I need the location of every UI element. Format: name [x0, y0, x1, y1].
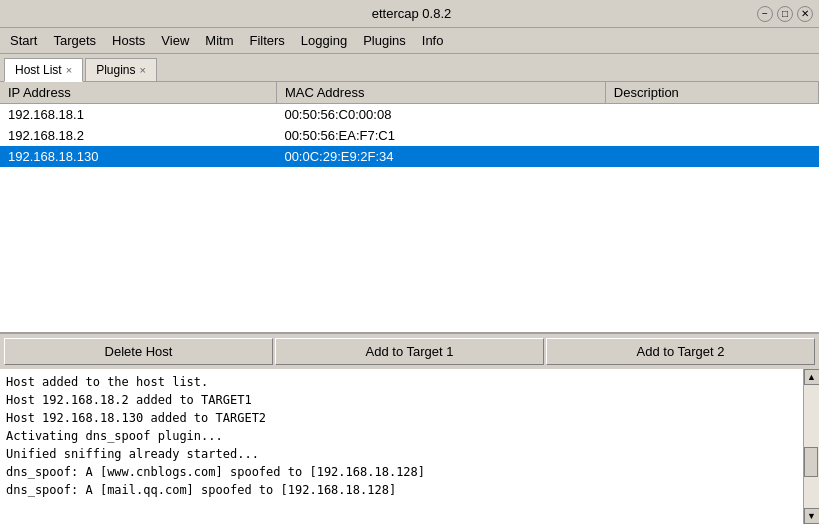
menu-item-mitm[interactable]: Mitm — [199, 31, 239, 50]
cell-ip: 192.168.18.2 — [0, 125, 276, 146]
menu-item-targets[interactable]: Targets — [47, 31, 102, 50]
col-header-mac: MAC Address — [276, 82, 605, 104]
table-row[interactable]: 192.168.18.1 00:50:56:C0:00:08 — [0, 104, 819, 126]
window-title: ettercap 0.8.2 — [66, 6, 757, 21]
table-row[interactable]: 192.168.18.130 00:0C:29:E9:2F:34 — [0, 146, 819, 167]
host-list-panel: IP Address MAC Address Description 192.1… — [0, 82, 819, 333]
button-bar: Delete Host Add to Target 1 Add to Targe… — [0, 333, 819, 369]
log-content: Host added to the host list.Host 192.168… — [0, 369, 803, 524]
log-panel: Host added to the host list.Host 192.168… — [0, 369, 819, 524]
tab-close-icon[interactable]: × — [66, 64, 72, 76]
menu-item-view[interactable]: View — [155, 31, 195, 50]
close-button[interactable]: ✕ — [797, 6, 813, 22]
col-header-desc: Description — [605, 82, 818, 104]
menu-item-filters[interactable]: Filters — [243, 31, 290, 50]
log-scrollbar[interactable]: ▲ ▼ — [803, 369, 819, 524]
scroll-down-button[interactable]: ▼ — [804, 508, 820, 524]
menu-item-info[interactable]: Info — [416, 31, 450, 50]
menu-item-plugins[interactable]: Plugins — [357, 31, 412, 50]
tab-bar: Host List×Plugins× — [0, 54, 819, 82]
window-controls: − □ ✕ — [757, 6, 813, 22]
tab-label: Host List — [15, 63, 62, 77]
tab-host-list[interactable]: Host List× — [4, 58, 83, 82]
log-line: Host 192.168.18.2 added to TARGET1 — [6, 391, 797, 409]
cell-mac: 00:50:56:EA:F7:C1 — [276, 125, 605, 146]
log-line: dns_spoof: A [mail.qq.com] spoofed to [1… — [6, 481, 797, 499]
scroll-up-button[interactable]: ▲ — [804, 369, 820, 385]
log-line: Activating dns_spoof plugin... — [6, 427, 797, 445]
delete-host-button[interactable]: Delete Host — [4, 338, 273, 365]
add-to-target2-button[interactable]: Add to Target 2 — [546, 338, 815, 365]
title-bar: ettercap 0.8.2 − □ ✕ — [0, 0, 819, 28]
tab-plugins[interactable]: Plugins× — [85, 58, 157, 81]
tab-close-icon[interactable]: × — [139, 64, 145, 76]
add-to-target1-button[interactable]: Add to Target 1 — [275, 338, 544, 365]
host-table: IP Address MAC Address Description 192.1… — [0, 82, 819, 167]
log-line: Host 192.168.18.130 added to TARGET2 — [6, 409, 797, 427]
menu-item-logging[interactable]: Logging — [295, 31, 353, 50]
menu-bar: StartTargetsHostsViewMitmFiltersLoggingP… — [0, 28, 819, 54]
col-header-ip: IP Address — [0, 82, 276, 104]
scroll-thumb[interactable] — [804, 447, 818, 477]
log-line: Unified sniffing already started... — [6, 445, 797, 463]
menu-item-hosts[interactable]: Hosts — [106, 31, 151, 50]
cell-mac: 00:0C:29:E9:2F:34 — [276, 146, 605, 167]
cell-desc — [605, 125, 818, 146]
scroll-track — [804, 385, 819, 508]
log-line: Host added to the host list. — [6, 373, 797, 391]
cell-ip: 192.168.18.1 — [0, 104, 276, 126]
cell-desc — [605, 146, 818, 167]
table-row[interactable]: 192.168.18.2 00:50:56:EA:F7:C1 — [0, 125, 819, 146]
cell-desc — [605, 104, 818, 126]
cell-ip: 192.168.18.130 — [0, 146, 276, 167]
main-content: IP Address MAC Address Description 192.1… — [0, 82, 819, 524]
minimize-button[interactable]: − — [757, 6, 773, 22]
maximize-button[interactable]: □ — [777, 6, 793, 22]
log-line: dns_spoof: A [www.cnblogs.com] spoofed t… — [6, 463, 797, 481]
tab-label: Plugins — [96, 63, 135, 77]
cell-mac: 00:50:56:C0:00:08 — [276, 104, 605, 126]
menu-item-start[interactable]: Start — [4, 31, 43, 50]
